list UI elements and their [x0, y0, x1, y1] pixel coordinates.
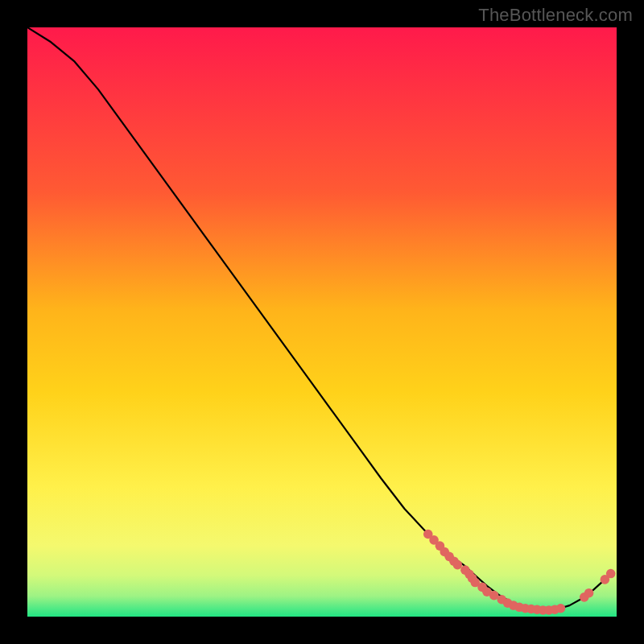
data-marker	[606, 569, 616, 579]
plot-area	[27, 27, 617, 617]
data-marker	[556, 604, 566, 613]
chart-container: TheBottleneck.com	[0, 0, 644, 644]
chart-svg	[27, 27, 617, 617]
data-marker	[584, 588, 594, 598]
watermark-label: TheBottleneck.com	[478, 5, 633, 26]
data-marker	[453, 560, 463, 570]
gradient-background	[27, 27, 617, 617]
